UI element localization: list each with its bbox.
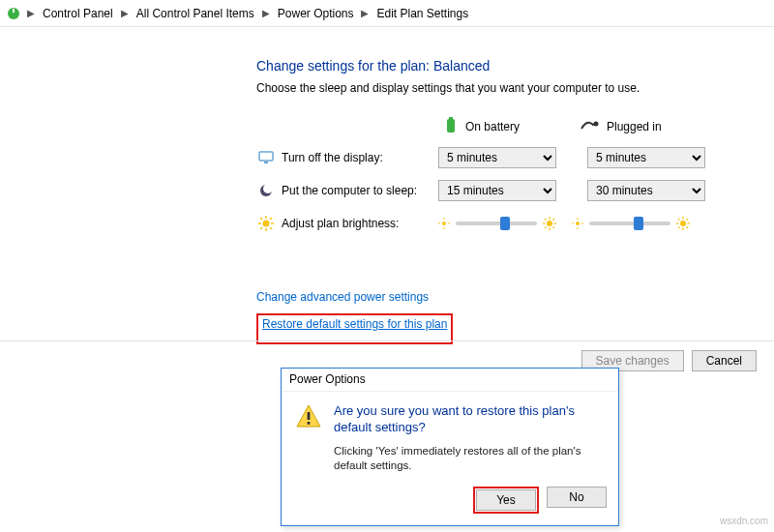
- display-label: Turn off the display:: [276, 151, 438, 164]
- battery-column-label: On battery: [465, 120, 520, 133]
- sleep-plugged-select[interactable]: 30 minutes: [587, 180, 705, 201]
- svg-line-44: [687, 219, 689, 221]
- svg-rect-47: [308, 412, 311, 420]
- chevron-right-icon: ▶: [121, 8, 129, 18]
- links-section: Change advanced power settings Restore d…: [256, 290, 774, 344]
- brightness-row: Adjust plan brightness:: [256, 207, 774, 240]
- cancel-button[interactable]: Cancel: [692, 350, 757, 371]
- svg-point-9: [263, 221, 270, 227]
- sleep-row: Put the computer to sleep: 15 minutes 30…: [256, 174, 774, 207]
- page-subtitle: Choose the sleep and display settings th…: [256, 81, 774, 95]
- svg-line-16: [270, 218, 272, 220]
- breadcrumb-item[interactable]: Control Panel: [41, 5, 115, 22]
- svg-line-30: [553, 219, 555, 221]
- svg-point-8: [263, 184, 273, 193]
- svg-line-28: [545, 219, 547, 221]
- svg-line-31: [545, 227, 547, 229]
- no-button[interactable]: No: [547, 487, 607, 508]
- advanced-settings-link[interactable]: Change advanced power settings: [256, 290, 429, 304]
- divider: [0, 340, 774, 341]
- plugged-column-label: Plugged in: [607, 120, 662, 133]
- svg-rect-3: [449, 117, 453, 119]
- warning-icon: [295, 403, 322, 473]
- sleep-battery-select[interactable]: 15 minutes: [438, 180, 556, 201]
- sun-large-icon: [676, 217, 690, 230]
- svg-rect-1: [13, 9, 15, 13]
- watermark: wsxdn.com: [720, 516, 768, 526]
- display-row: Turn off the display: 5 minutes 5 minute…: [256, 141, 774, 174]
- sun-icon: [256, 216, 276, 231]
- power-options-icon: [6, 6, 21, 21]
- plugged-column-header: Plugged in: [580, 119, 705, 135]
- svg-rect-6: [264, 162, 268, 163]
- battery-column-header: On battery: [444, 117, 570, 137]
- brightness-battery-slider[interactable]: [438, 217, 556, 230]
- brightness-label: Adjust plan brightness:: [276, 217, 438, 230]
- svg-line-29: [553, 227, 555, 229]
- svg-point-23: [547, 221, 552, 226]
- svg-point-4: [594, 121, 599, 126]
- svg-line-14: [260, 218, 262, 220]
- brightness-plugged-slider[interactable]: [572, 217, 690, 230]
- svg-point-37: [680, 221, 686, 226]
- svg-line-15: [270, 227, 272, 229]
- dialog-description: Clicking 'Yes' immediately restores all …: [334, 444, 605, 473]
- chevron-right-icon: ▶: [262, 8, 270, 18]
- svg-line-42: [678, 219, 680, 221]
- svg-point-18: [442, 222, 446, 225]
- chevron-right-icon: ▶: [27, 8, 35, 18]
- sun-large-icon: [543, 217, 556, 230]
- moon-icon: [256, 184, 276, 197]
- yes-button[interactable]: Yes: [476, 489, 536, 511]
- plug-icon: [580, 119, 599, 135]
- column-headers: On battery Plugged in: [444, 112, 774, 141]
- dialog-title: Power Options: [282, 369, 618, 392]
- svg-line-17: [260, 227, 262, 229]
- monitor-icon: [256, 151, 276, 164]
- svg-rect-48: [308, 422, 311, 425]
- breadcrumb-item[interactable]: Edit Plan Settings: [374, 5, 470, 22]
- display-plugged-select[interactable]: 5 minutes: [587, 147, 705, 168]
- sun-small-icon: [572, 218, 583, 229]
- main-content: Change settings for the plan: Balanced C…: [0, 27, 774, 344]
- breadcrumb-item[interactable]: Power Options: [276, 5, 356, 22]
- breadcrumb: ▶ Control Panel ▶ All Control Panel Item…: [0, 0, 774, 27]
- svg-line-45: [678, 227, 680, 229]
- battery-icon: [444, 117, 458, 137]
- sun-small-icon: [438, 218, 450, 229]
- svg-rect-2: [447, 119, 455, 133]
- yes-highlight: Yes: [473, 487, 539, 514]
- restore-defaults-link[interactable]: Restore default settings for this plan: [262, 317, 447, 331]
- confirm-dialog: Power Options Are you sure you want to r…: [281, 368, 619, 526]
- page-title: Change settings for the plan: Balanced: [256, 58, 774, 74]
- sleep-label: Put the computer to sleep:: [276, 184, 438, 197]
- chevron-right-icon: ▶: [361, 8, 369, 18]
- dialog-message: Are you sure you want to restore this pl…: [334, 403, 605, 436]
- svg-line-43: [687, 227, 689, 229]
- breadcrumb-item[interactable]: All Control Panel Items: [134, 5, 256, 22]
- display-battery-select[interactable]: 5 minutes: [438, 147, 556, 168]
- svg-point-32: [576, 222, 580, 225]
- svg-rect-5: [259, 152, 273, 161]
